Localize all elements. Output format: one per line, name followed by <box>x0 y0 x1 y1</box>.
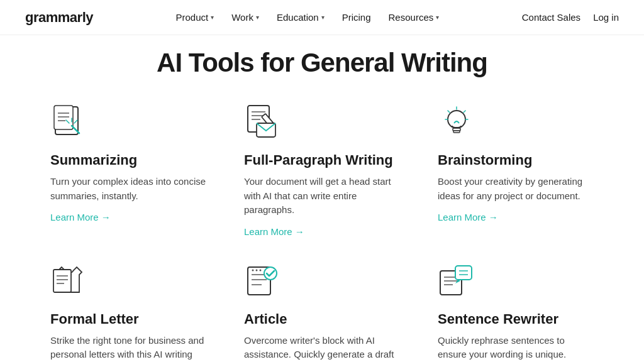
navbar: grammarly Product ▾ Work ▾ Education ▾ P… <box>0 0 644 35</box>
svg-rect-4 <box>54 106 73 129</box>
svg-point-37 <box>256 269 258 271</box>
article-title: Article <box>244 311 400 327</box>
svg-line-25 <box>448 111 450 112</box>
svg-point-38 <box>260 269 262 271</box>
nav-right: Contact Sales Log in <box>522 12 619 23</box>
sentence-rewriter-icon <box>438 262 478 302</box>
nav-resources[interactable]: Resources ▾ <box>382 8 446 26</box>
svg-rect-21 <box>453 131 460 133</box>
brainstorming-learn-more[interactable]: Learn More → <box>438 212 594 222</box>
nav-product[interactable]: Product ▾ <box>170 8 221 26</box>
contact-sales-button[interactable]: Contact Sales <box>522 12 580 23</box>
summarizing-learn-more[interactable]: Learn More → <box>50 212 206 222</box>
nav-links: Product ▾ Work ▾ Education ▾ Pricing Res… <box>170 8 446 26</box>
full-paragraph-learn-more[interactable]: Learn More → <box>244 226 400 237</box>
article-desc: Overcome writer's block with AI assistan… <box>244 334 400 363</box>
svg-point-36 <box>252 269 254 271</box>
svg-rect-44 <box>455 266 472 280</box>
formal-letter-title: Formal Letter <box>50 311 206 327</box>
full-paragraph-title: Full-Paragraph Writing <box>244 152 400 168</box>
chevron-down-icon: ▾ <box>256 14 259 21</box>
formal-letter-icon <box>50 262 91 302</box>
summarizing-icon <box>50 103 91 143</box>
svg-line-23 <box>464 111 465 112</box>
formal-letter-desc: Strike the right tone for business and p… <box>50 334 206 363</box>
brainstorming-icon <box>438 103 478 143</box>
full-paragraph-desc: Your document will get a head start with… <box>244 175 400 217</box>
login-button[interactable]: Log in <box>593 12 619 23</box>
brainstorming-title: Brainstorming <box>438 152 594 168</box>
chevron-down-icon: ▾ <box>211 14 214 21</box>
brainstorming-desc: Boost your creativity by generating idea… <box>438 175 594 203</box>
page-title: AI Tools for General Writing <box>0 35 644 84</box>
feature-full-paragraph: Full-Paragraph Writing Your document wil… <box>244 103 400 237</box>
feature-formal-letter: Formal Letter Strike the right tone for … <box>50 262 206 363</box>
feature-sentence-rewriter: Sentence Rewriter Quickly rephrase sente… <box>438 262 594 363</box>
svg-point-19 <box>448 111 465 128</box>
chevron-down-icon: ▾ <box>321 14 325 21</box>
nav-work[interactable]: Work ▾ <box>225 8 265 26</box>
logo[interactable]: grammarly <box>25 9 93 26</box>
summarizing-title: Summarizing <box>50 152 206 168</box>
feature-article: Article Overcome writer's block with AI … <box>244 262 400 363</box>
full-paragraph-icon <box>244 103 284 143</box>
nav-education[interactable]: Education ▾ <box>270 8 331 26</box>
chevron-down-icon: ▾ <box>436 14 439 21</box>
sentence-rewriter-desc: Quickly rephrase sentences to ensure you… <box>438 334 594 362</box>
nav-pricing[interactable]: Pricing <box>336 8 377 26</box>
svg-rect-28 <box>53 270 71 292</box>
summarizing-desc: Turn your complex ideas into concise sum… <box>50 175 206 203</box>
article-icon <box>244 262 284 302</box>
sentence-rewriter-title: Sentence Rewriter <box>438 311 594 327</box>
features-grid: Summarizing Turn your complex ideas into… <box>0 84 644 362</box>
feature-summarizing: Summarizing Turn your complex ideas into… <box>50 103 206 237</box>
feature-brainstorming: Brainstorming Boost your creativity by g… <box>438 103 594 237</box>
